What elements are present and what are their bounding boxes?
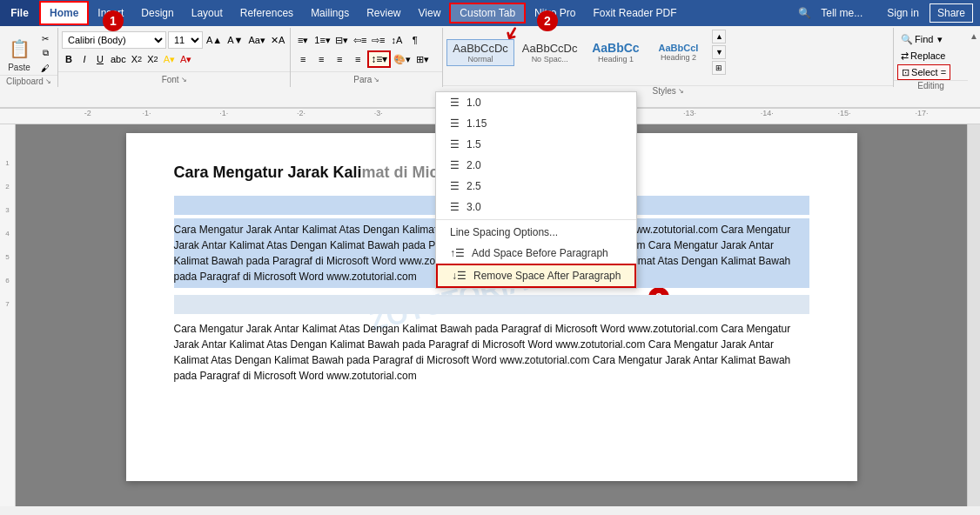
spacing-2-5[interactable]: ☰ 2.5 bbox=[436, 176, 636, 197]
tell-me[interactable]: 🔍 Tell me... bbox=[791, 3, 876, 23]
align-left-button[interactable]: ≡ bbox=[294, 50, 312, 68]
spacing-1-15-label: 1.15 bbox=[467, 117, 487, 130]
ruler-mark-neg2: -2 bbox=[84, 109, 91, 117]
font-color-button[interactable]: A▾ bbox=[178, 50, 193, 68]
underline-button[interactable]: U bbox=[93, 50, 107, 68]
doc-paragraph-2: Cara Mengatur Jarak Antar Kalimat Atas D… bbox=[174, 321, 809, 384]
styles-expand-btn[interactable]: ⊞ bbox=[712, 61, 726, 75]
foxit-menu[interactable]: Foxit Reader PDF bbox=[584, 3, 685, 23]
clipboard-expand-icon[interactable]: ↘ bbox=[45, 77, 51, 85]
spacing-1-15[interactable]: ☰ 1.15 bbox=[436, 113, 636, 134]
line-spacing-button[interactable]: ↕≡▾ bbox=[367, 50, 391, 68]
styles-down-btn[interactable]: ▼ bbox=[712, 45, 726, 59]
sort-button[interactable]: ↕A bbox=[388, 31, 406, 49]
cut-button[interactable]: ✂ bbox=[37, 31, 54, 45]
references-menu[interactable]: References bbox=[232, 3, 302, 23]
clipboard-footer: Clipboard ↘ bbox=[0, 75, 57, 87]
multilevel-button[interactable]: ⊟▾ bbox=[333, 31, 351, 49]
numbering-button[interactable]: 1≡▾ bbox=[312, 31, 332, 49]
format-painter-button[interactable]: 🖌 bbox=[37, 61, 54, 75]
style-h1-preview: AaBbCc bbox=[592, 41, 639, 55]
line-spacing-options[interactable]: Line Spacing Options... bbox=[436, 222, 636, 243]
borders-button[interactable]: ⊞▾ bbox=[413, 50, 431, 68]
clipboard-sub-btns: ✂ ⧉ 🖌 bbox=[37, 31, 54, 75]
spacing-1-0[interactable]: ☰ 1.0 bbox=[436, 92, 636, 113]
align-right-button[interactable]: ≡ bbox=[331, 50, 348, 68]
doc-title-text: Cara Mengatur Jarak Kali bbox=[174, 164, 362, 181]
select-label: Select = bbox=[911, 67, 946, 77]
spacing-3-0[interactable]: ☰ 3.0 bbox=[436, 197, 636, 217]
styles-up-btn[interactable]: ▲ bbox=[712, 30, 726, 43]
styles-row: AaBbCcDc Normal AaBbCcDc No Spac... AaBb… bbox=[446, 30, 889, 85]
decrease-indent-button[interactable]: ⇦≡ bbox=[352, 31, 369, 49]
superscript-button[interactable]: X2 bbox=[145, 50, 159, 68]
mailings-menu[interactable]: Mailings bbox=[302, 3, 358, 23]
ruler-mark-17: ·17· bbox=[915, 109, 928, 117]
mailings-label: Mailings bbox=[311, 7, 349, 19]
styles-expand-icon[interactable]: ↘ bbox=[678, 87, 684, 95]
remove-space-after[interactable]: ↓☰ Remove Space After Paragraph bbox=[436, 264, 636, 288]
ruler-mark-2: ·2· bbox=[297, 109, 305, 117]
subscript-button[interactable]: X2 bbox=[130, 50, 144, 68]
clear-format-btn[interactable]: ✕A bbox=[269, 31, 286, 49]
select-icon: ⊡ bbox=[902, 67, 910, 78]
find-button[interactable]: 🔍 Find ▾ bbox=[897, 31, 945, 47]
line-spacing-options-label: Line Spacing Options... bbox=[450, 226, 558, 238]
share-btn[interactable]: Share bbox=[930, 3, 973, 23]
ribbon-collapse[interactable]: ▲ bbox=[968, 28, 980, 87]
home-label: Home bbox=[50, 7, 78, 19]
font-name-select[interactable]: Calibri (Body) bbox=[62, 31, 166, 49]
nitro-menu[interactable]: Nitro Pro bbox=[526, 3, 584, 23]
replace-button[interactable]: ⇄ Replace bbox=[897, 48, 949, 64]
replace-label: Replace bbox=[910, 50, 945, 61]
select-button[interactable]: ⊡ Select = bbox=[897, 64, 950, 80]
dropdown-divider-1 bbox=[436, 219, 636, 220]
layout-menu[interactable]: Layout bbox=[183, 3, 232, 23]
increase-font-btn[interactable]: A▲ bbox=[205, 31, 224, 49]
para-expand-icon[interactable]: ↘ bbox=[373, 76, 379, 84]
home-menu[interactable]: Home bbox=[39, 1, 89, 25]
view-label: View bbox=[419, 7, 441, 19]
review-menu[interactable]: Review bbox=[358, 3, 409, 23]
paste-icon: 📋 bbox=[5, 35, 33, 63]
style-heading1[interactable]: AaBbCc Heading 1 bbox=[585, 38, 646, 66]
style-normal[interactable]: AaBbCcDc Normal bbox=[446, 39, 514, 66]
decrease-font-btn[interactable]: A▼ bbox=[225, 31, 245, 49]
style-h2-preview: AaBbCcI bbox=[659, 43, 699, 53]
font-row-1: Calibri (Body) 11 A▲ A▼ Aa▾ ✕A bbox=[62, 31, 286, 49]
shading-button[interactable]: 🎨▾ bbox=[392, 50, 413, 68]
scrollbar[interactable] bbox=[967, 124, 980, 506]
align-center-button[interactable]: ≡ bbox=[312, 50, 330, 68]
sign-in-btn[interactable]: Sign in bbox=[880, 3, 926, 23]
file-menu[interactable]: File bbox=[0, 0, 39, 26]
add-space-before[interactable]: ↑☰ Add Space Before Paragraph bbox=[436, 243, 636, 264]
style-nospace[interactable]: AaBbCcDc No Spac... bbox=[516, 39, 584, 66]
design-menu[interactable]: Design bbox=[132, 3, 182, 23]
custom-tab-menu[interactable]: Custom Tab bbox=[449, 3, 526, 23]
bold-button[interactable]: B bbox=[62, 50, 76, 68]
bullets-button[interactable]: ≡▾ bbox=[294, 31, 312, 49]
strikethrough-button[interactable]: abc bbox=[109, 50, 128, 68]
copy-button[interactable]: ⧉ bbox=[37, 46, 54, 60]
font-expand-icon[interactable]: ↘ bbox=[181, 76, 187, 84]
find-icon: 🔍 bbox=[901, 34, 913, 45]
para-row-1: ≡▾ 1≡▾ ⊟▾ ⇦≡ ⇨≡ ↕A ¶ bbox=[294, 31, 424, 49]
italic-button[interactable]: I bbox=[77, 50, 91, 68]
increase-indent-button[interactable]: ⇨≡ bbox=[370, 31, 387, 49]
font-size-select[interactable]: 11 bbox=[168, 31, 203, 49]
spacing-1-5[interactable]: ☰ 1.5 bbox=[436, 134, 636, 155]
paste-button[interactable]: 📋 Paste bbox=[3, 33, 35, 74]
view-menu[interactable]: View bbox=[410, 3, 450, 23]
justify-button[interactable]: ≡ bbox=[349, 50, 366, 68]
insert-menu[interactable]: Insert bbox=[89, 3, 132, 23]
show-marks-button[interactable]: ¶ bbox=[406, 31, 424, 49]
references-label: References bbox=[240, 7, 293, 19]
tell-me-label: Tell me... bbox=[814, 3, 869, 23]
style-heading2[interactable]: AaBbCcI Heading 2 bbox=[648, 40, 708, 64]
replace-icon: ⇄ bbox=[901, 50, 909, 62]
editing-label: Editing bbox=[917, 81, 944, 90]
text-highlight-button[interactable]: A▾ bbox=[162, 50, 177, 68]
style-normal-preview: AaBbCcDc bbox=[453, 42, 508, 55]
spacing-2-0[interactable]: ☰ 2.0 bbox=[436, 155, 636, 176]
change-case-btn[interactable]: Aa▾ bbox=[246, 31, 266, 49]
